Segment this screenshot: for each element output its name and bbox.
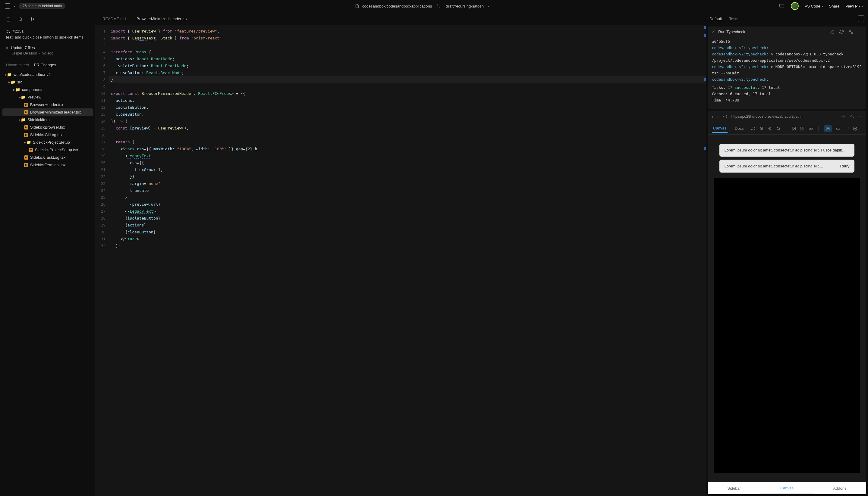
branch-name: draft/recursing-satoshi [446,4,485,9]
code-body[interactable]: import { usePreview } from "features/pre… [108,25,706,496]
svg-point-23 [777,127,779,129]
sidebar: #2251 feat: add quick close button to si… [0,12,95,496]
refresh-icon[interactable] [839,30,844,34]
display-icon[interactable] [779,3,785,9]
preview-tab-docs[interactable]: Docs [734,124,745,133]
avatar[interactable] [791,2,799,10]
file-nav-icon[interactable] [6,17,11,22]
more-icon[interactable]: ⋯ [858,30,862,34]
tree-folder[interactable]: ▸📁SidekickProjectSetup [2,139,93,146]
svg-rect-36 [836,128,840,129]
scrollbar[interactable] [703,25,706,496]
accessibility-icon[interactable] [853,126,857,131]
tree-file[interactable]: MSidekickBrowser.tsx [2,123,93,131]
modified-badge-icon: M [24,125,28,129]
nav-forward-icon[interactable]: › [717,114,719,119]
vscode-button[interactable]: VS Code▾ [805,4,823,9]
box-icon[interactable] [836,126,840,131]
breadcrumb[interactable]: codesandbox/codesandbox-applications dra… [69,4,775,9]
share-button[interactable]: Share [829,4,840,9]
pr-icon [6,29,10,33]
svg-point-39 [855,128,855,128]
bottom-tab-addons[interactable]: Addons [813,482,866,494]
folder-icon: ▸📁 [19,118,26,122]
edit-icon[interactable] [830,30,835,34]
modified-badge-icon: M [24,110,28,114]
target-icon[interactable] [841,114,845,119]
file-tree: ▸📁web/codesandbox-v2 ▸📁src ▸📁components … [0,69,95,170]
editor-tab[interactable]: README.md [98,14,131,24]
modified-badge-icon: M [29,148,33,152]
svg-rect-14 [850,115,851,116]
zoom-out-icon[interactable] [768,126,772,131]
git-icon[interactable] [30,17,35,22]
retry-button[interactable]: Retry [840,164,849,168]
nav-back-icon[interactable]: ‹ [712,114,713,119]
svg-point-5 [31,18,32,19]
svg-point-35 [827,128,828,129]
commit-dot-icon [6,47,8,49]
popout-icon[interactable] [849,30,853,34]
tree-file[interactable]: MSidekickGitLog.tsx [2,131,93,139]
add-devtool-button[interactable]: + [858,15,864,22]
svg-point-13 [843,116,844,117]
svg-line-21 [770,129,772,130]
popout-icon[interactable] [850,114,854,119]
svg-point-9 [6,32,7,32]
menu-square-icon[interactable] [5,3,10,9]
devtools-tab-default[interactable]: Default [709,17,722,21]
commits-behind-pill[interactable]: 26 commits behind main [19,3,65,9]
svg-rect-37 [845,127,848,130]
ruler-icon[interactable] [809,126,813,131]
more-icon[interactable]: ⋯ [858,114,862,119]
code-editor[interactable]: 1234567891011121314151617181920212223242… [95,25,706,496]
image-icon[interactable] [792,126,796,131]
view-pr-button[interactable]: View PR▾ [845,4,863,9]
nav-reload-icon[interactable] [723,114,727,119]
tree-folder[interactable]: ▸📁Preview [2,93,93,101]
expand-icon[interactable] [844,126,849,131]
tree-file[interactable]: MSidekickTerminal.tsx [2,161,93,169]
pr-hash[interactable]: #2251 [13,29,24,33]
sync-icon[interactable] [751,126,755,131]
tree-folder[interactable]: ▸📁web/codesandbox-v2 [2,71,93,78]
tree-file[interactable]: MBrowserMinimizedHeader.tsx [2,108,93,116]
terminal-output[interactable]: a64b5df5 codesandbox-v2:typecheck: codes… [708,37,866,109]
pr-description: feat: add quick close button to sidekick… [6,35,89,40]
tab-pr-changes[interactable]: PR Changes [34,63,56,67]
grid-icon[interactable] [800,126,804,131]
svg-rect-11 [849,30,851,31]
tree-folder[interactable]: ▸📁components [2,86,93,93]
tab-uncommitted[interactable]: Uncommitted [6,63,29,67]
preview-content [714,178,860,473]
editor-tab[interactable]: BrowserMinimizedHeader.tsx [132,14,192,24]
bottom-tab-canvas[interactable]: Canvas [760,482,813,494]
commit-title[interactable]: Update 7 files [11,45,35,50]
svg-rect-2 [779,4,784,7]
svg-rect-29 [803,129,804,130]
branch-chevron-icon[interactable]: ▾ [488,4,489,8]
topbar: ▾ 26 commits behind main codesandbox/cod… [0,0,868,12]
preview-url[interactable]: https://po29hq-6007.preview.csb.app/?pat… [732,114,837,119]
svg-line-4 [21,20,22,21]
tree-file[interactable]: MSidekickTaskLog.tsx [2,154,93,161]
svg-point-8 [6,30,7,30]
tree-file[interactable]: MSidekickProjectSetup.tsx [2,146,93,154]
devtools-tab-tests[interactable]: Tests [729,17,738,21]
preview-panel: ‹ › https://po29hq-6007.preview.csb.app/… [708,110,866,494]
bottom-tab-sidebar[interactable]: Sidebar [708,482,760,494]
zoom-reset-icon[interactable] [776,126,781,131]
svg-line-24 [779,129,780,130]
chevron-down-icon[interactable]: ▾ [14,4,15,8]
tree-folder[interactable]: ▸📁SidekickItem [2,116,93,123]
eye-icon[interactable] [824,125,832,132]
zoom-in-icon[interactable] [760,126,764,131]
tree-file[interactable]: MBrowserHeader.tsx [2,101,93,108]
preview-tab-canvas[interactable]: Canvas [712,124,728,133]
modified-badge-icon: M [24,163,28,167]
tree-folder[interactable]: ▸📁src [2,78,93,86]
folder-icon: ▸📁 [24,140,31,144]
search-icon[interactable] [18,17,23,22]
branch-icon [437,4,441,8]
folder-icon: ▸📁 [13,87,20,92]
